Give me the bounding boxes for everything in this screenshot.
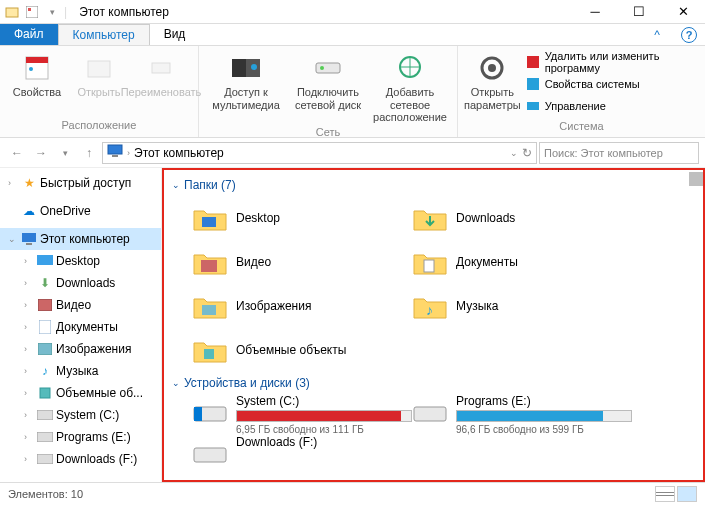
svg-rect-4 <box>26 57 48 63</box>
open-icon <box>83 52 115 84</box>
search-input[interactable]: Поиск: Этот компьютер <box>539 142 699 164</box>
uninstall-program-button[interactable]: Удалить или изменить программу <box>525 52 695 72</box>
address-input[interactable]: › Этот компьютер ⌄ ↻ <box>102 142 537 164</box>
cloud-icon: ☁ <box>21 203 37 219</box>
folder-pictures[interactable]: Изображения <box>192 284 412 328</box>
qat-dropdown-icon[interactable]: ▾ <box>44 4 60 20</box>
tree-drive-f[interactable]: ›Downloads (F:) <box>0 448 161 470</box>
folder-icon <box>192 288 228 324</box>
svg-rect-6 <box>88 61 110 77</box>
svg-rect-31 <box>202 217 216 227</box>
folder-desktop[interactable]: Desktop <box>192 196 412 240</box>
details-view-button[interactable] <box>655 486 675 502</box>
qat-props-icon[interactable] <box>24 4 40 20</box>
tree-music[interactable]: ›♪Музыка <box>0 360 161 382</box>
tab-view[interactable]: Вид <box>150 24 200 45</box>
recent-dropdown[interactable]: ▾ <box>54 142 76 164</box>
tree-onedrive[interactable]: ☁OneDrive <box>0 200 161 222</box>
drive-c[interactable]: System (C:) 6,95 ГБ свободно из 111 ГБ <box>192 394 412 435</box>
properties-button[interactable]: Свойства <box>6 50 68 117</box>
folder-icon <box>192 200 228 236</box>
media-access-button[interactable]: Доступ к мультимедиа <box>205 50 287 124</box>
rename-button: Переименовать <box>130 50 192 117</box>
tree-3d-objects[interactable]: ›Объемные об... <box>0 382 161 404</box>
video-icon <box>37 297 53 313</box>
folder-icon <box>412 200 448 236</box>
tree-videos[interactable]: ›Видео <box>0 294 161 316</box>
svg-rect-19 <box>108 145 122 154</box>
svg-rect-8 <box>232 59 246 77</box>
svg-rect-28 <box>37 410 53 420</box>
section-folders-header[interactable]: ⌄Папки (7) <box>172 174 695 196</box>
group-location: Расположение <box>62 117 137 133</box>
section-drives-header[interactable]: ⌄Устройства и диски (3) <box>172 372 695 394</box>
system-properties-button[interactable]: Свойства системы <box>525 74 695 94</box>
tab-computer[interactable]: Компьютер <box>58 24 150 45</box>
folder-music[interactable]: ♪Музыка <box>412 284 632 328</box>
maximize-button[interactable]: ☐ <box>617 0 661 24</box>
svg-rect-20 <box>112 155 118 157</box>
svg-rect-40 <box>194 448 226 462</box>
manage-button[interactable]: Управление <box>525 96 695 116</box>
tree-drive-e[interactable]: ›Programs (E:) <box>0 426 161 448</box>
map-drive-button[interactable]: Подключить сетевой диск <box>287 50 369 124</box>
group-system: Система <box>559 118 603 134</box>
status-bar: Элементов: 10 <box>0 482 705 504</box>
ribbon: Свойства Открыть Переименовать Расположе… <box>0 46 705 138</box>
refresh-button[interactable]: ↻ <box>522 146 532 160</box>
svg-rect-32 <box>201 260 217 272</box>
drive-icon <box>192 394 228 430</box>
folder-3d-objects[interactable]: Объемные объекты <box>192 328 412 372</box>
svg-rect-33 <box>424 260 434 272</box>
tree-drive-c[interactable]: ›System (C:) <box>0 404 161 426</box>
chevron-down-icon: ⌄ <box>172 378 180 388</box>
drive-icon <box>37 407 53 423</box>
svg-point-15 <box>488 64 496 72</box>
open-settings-button[interactable]: Открыть параметры <box>464 50 521 118</box>
minimize-button[interactable]: ─ <box>573 0 617 24</box>
back-button[interactable]: ← <box>6 142 28 164</box>
system-menu-icon[interactable] <box>4 4 20 20</box>
tab-file[interactable]: Файл <box>0 24 58 45</box>
drive-icon <box>37 429 53 445</box>
address-bar: ← → ▾ ↑ › Этот компьютер ⌄ ↻ Поиск: Этот… <box>0 138 705 168</box>
folder-videos[interactable]: Видео <box>192 240 412 284</box>
up-button[interactable]: ↑ <box>78 142 100 164</box>
drive-f[interactable]: Downloads (F:) <box>192 435 412 471</box>
drive-icon <box>37 451 53 467</box>
svg-rect-24 <box>38 299 52 311</box>
cube-icon <box>37 385 53 401</box>
svg-rect-7 <box>152 63 170 73</box>
svg-rect-29 <box>37 432 53 442</box>
tree-documents[interactable]: ›Документы <box>0 316 161 338</box>
drive-icon <box>412 394 448 430</box>
svg-point-10 <box>251 64 257 70</box>
close-button[interactable]: ✕ <box>661 0 705 24</box>
pc-icon <box>21 231 37 247</box>
tree-quick-access[interactable]: ›★Быстрый доступ <box>0 172 161 194</box>
tree-this-pc[interactable]: ⌄Этот компьютер <box>0 228 161 250</box>
settings-icon <box>476 52 508 84</box>
folder-downloads[interactable]: Downloads <box>412 196 632 240</box>
svg-rect-1 <box>26 6 38 18</box>
icons-view-button[interactable] <box>677 486 697 502</box>
tree-pictures[interactable]: ›Изображения <box>0 338 161 360</box>
window-title: Этот компьютер <box>79 5 169 19</box>
svg-rect-17 <box>527 78 539 90</box>
manage-icon <box>525 98 541 114</box>
address-dropdown-icon[interactable]: ⌄ <box>510 148 518 158</box>
folder-documents[interactable]: Документы <box>412 240 632 284</box>
drive-e[interactable]: Programs (E:) 96,6 ГБ свободно из 599 ГБ <box>412 394 632 435</box>
forward-button[interactable]: → <box>30 142 52 164</box>
add-netloc-button[interactable]: Добавить сетевое расположение <box>369 50 451 124</box>
picture-icon <box>37 341 53 357</box>
netloc-icon <box>394 52 426 84</box>
svg-rect-11 <box>316 63 340 73</box>
help-button[interactable]: ? <box>681 27 697 43</box>
ribbon-collapse-button[interactable]: ^ <box>641 24 673 45</box>
tree-downloads[interactable]: ›⬇Downloads <box>0 272 161 294</box>
scrollbar[interactable] <box>689 172 703 186</box>
tree-desktop[interactable]: ›Desktop <box>0 250 161 272</box>
svg-rect-2 <box>28 8 31 11</box>
folder-icon <box>192 332 228 368</box>
